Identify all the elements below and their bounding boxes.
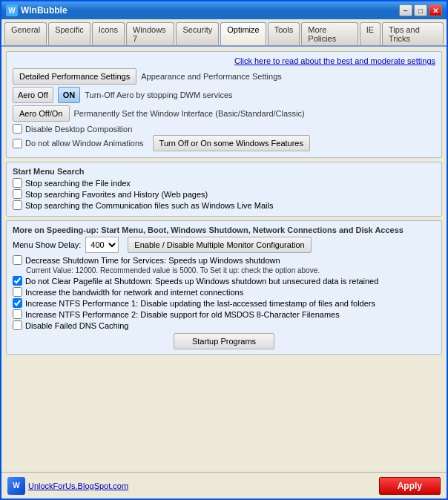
ntfs2-row: Increase NTFS Performance 2: Disable sup… bbox=[13, 309, 435, 319]
clear-pagefile-label: Do not Clear Pagefile at Shutdown: Speed… bbox=[25, 277, 378, 286]
main-window: W WinBubble − □ ✕ General Specific Icons… bbox=[0, 0, 448, 500]
disable-desktop-row: Disable Desktop Composition bbox=[13, 124, 435, 134]
search-file-index-label: Stop searching the File index bbox=[25, 179, 131, 188]
bandwidth-checkbox[interactable] bbox=[13, 287, 22, 297]
dns-checkbox[interactable] bbox=[13, 320, 22, 330]
brand-link[interactable]: UnlockForUs.BlogSpot.com bbox=[28, 481, 128, 490]
appearance-label: Appearance and Performance Settings bbox=[141, 72, 282, 81]
ntfs1-label: Increase NTFS Performance 1: Disable upd… bbox=[25, 299, 375, 308]
aero-offon-row: Aero Off/On Permanently Set the Window I… bbox=[13, 105, 435, 122]
shutdown-time-label: Decrease Shutdown Time for Services: Spe… bbox=[25, 256, 280, 265]
tab-tips[interactable]: Tips and Tricks bbox=[382, 22, 444, 45]
disable-animations-checkbox[interactable] bbox=[13, 139, 22, 148]
aero-offon-button[interactable]: Aero Off/On bbox=[13, 105, 70, 122]
maximize-button[interactable]: □ bbox=[414, 4, 427, 16]
search-favorites-checkbox[interactable] bbox=[13, 189, 22, 199]
speedup-title: More on Speeding-up: Start Menu, Boot, W… bbox=[13, 226, 435, 234]
window-controls: − □ ✕ bbox=[399, 4, 442, 16]
aero-on-button[interactable]: ON bbox=[58, 87, 81, 103]
aero-off-button[interactable]: Aero Off bbox=[13, 87, 53, 103]
aero-off-desc: Turn-Off Aero by stopping DWM services bbox=[85, 91, 232, 99]
aero-offon-desc: Permanently Set the Window Interface (Ba… bbox=[74, 109, 305, 118]
detailed-performance-row: Detailed Performance Settings Appearance… bbox=[13, 68, 435, 85]
search-file-index-row: Stop searching the File index bbox=[13, 178, 435, 188]
search-favorites-label: Stop searching Favorites and History (We… bbox=[25, 190, 208, 199]
speedup-panel: More on Speeding-up: Start Menu, Boot, W… bbox=[6, 220, 442, 355]
disable-desktop-checkbox[interactable] bbox=[13, 124, 22, 134]
dns-row: Disable Failed DNS Caching bbox=[13, 320, 435, 330]
tab-bar: General Specific Icons Windows 7 Securit… bbox=[1, 19, 447, 47]
start-menu-title: Start Menu Search bbox=[13, 167, 435, 176]
menu-delay-row: Menu Show Delay: 400 200 0 Enable / Disa… bbox=[13, 237, 435, 253]
minimize-button[interactable]: − bbox=[399, 4, 412, 16]
tab-general[interactable]: General bbox=[4, 22, 47, 45]
bandwidth-label: Increase the bandwidth for network and i… bbox=[25, 288, 243, 297]
disable-animations-row: Do not allow Window Animations Turn Off … bbox=[13, 135, 435, 151]
tab-windows7[interactable]: Windows 7 bbox=[126, 22, 175, 45]
title-bar: W WinBubble − □ ✕ bbox=[1, 1, 447, 19]
dns-label: Disable Failed DNS Caching bbox=[25, 321, 128, 330]
bottom-bar: W UnlockForUs.BlogSpot.com Apply bbox=[1, 472, 447, 499]
tab-tools[interactable]: Tools bbox=[268, 22, 300, 45]
clear-pagefile-checkbox[interactable] bbox=[13, 276, 22, 286]
menu-delay-select[interactable]: 400 200 0 bbox=[85, 237, 119, 253]
search-communication-label: Stop searching the Communication files s… bbox=[25, 201, 273, 210]
shutdown-time-checkbox[interactable] bbox=[13, 255, 22, 265]
shutdown-time-note: Current Value: 12000. Recommended value … bbox=[26, 266, 435, 274]
disable-animations-label: Do not allow Window Animations bbox=[25, 139, 144, 148]
search-file-index-checkbox[interactable] bbox=[13, 178, 22, 188]
monitor-config-button[interactable]: Enable / Disable Multiple Monitor Config… bbox=[128, 237, 311, 253]
performance-panel: Click here to read about the best and mo… bbox=[6, 51, 442, 158]
windows-features-button[interactable]: Turn Off or On some Windows Features bbox=[153, 135, 310, 151]
search-favorites-row: Stop searching Favorites and History (We… bbox=[13, 189, 435, 199]
tab-specific[interactable]: Specific bbox=[48, 22, 90, 45]
ntfs2-label: Increase NTFS Performance 2: Disable sup… bbox=[25, 310, 340, 319]
content-area: Click here to read about the best and mo… bbox=[1, 47, 447, 472]
menu-delay-label: Menu Show Delay: bbox=[13, 240, 81, 249]
settings-link[interactable]: Click here to read about the best and mo… bbox=[13, 56, 435, 65]
start-menu-panel: Start Menu Search Stop searching the Fil… bbox=[6, 162, 442, 217]
ntfs2-checkbox[interactable] bbox=[13, 309, 22, 319]
app-icon: W bbox=[6, 4, 18, 16]
brand-area: W UnlockForUs.BlogSpot.com bbox=[7, 477, 128, 495]
tab-optimize[interactable]: Optimize bbox=[220, 22, 266, 45]
aero-toggle-row: Aero Off ON Turn-Off Aero by stopping DW… bbox=[13, 87, 435, 103]
shutdown-time-row: Decrease Shutdown Time for Services: Spe… bbox=[13, 255, 435, 265]
apply-button[interactable]: Apply bbox=[379, 477, 441, 495]
disable-desktop-label: Disable Desktop Composition bbox=[25, 125, 132, 134]
brand-icon: W bbox=[7, 477, 25, 495]
startup-programs-button[interactable]: Startup Programs bbox=[174, 333, 274, 349]
detailed-performance-button[interactable]: Detailed Performance Settings bbox=[13, 68, 136, 85]
close-button[interactable]: ✕ bbox=[429, 4, 442, 16]
ntfs1-row: Increase NTFS Performance 1: Disable upd… bbox=[13, 298, 435, 308]
tab-more-policies[interactable]: More Policies bbox=[301, 22, 358, 45]
tab-icons[interactable]: Icons bbox=[92, 22, 125, 45]
clear-pagefile-row: Do not Clear Pagefile at Shutdown: Speed… bbox=[13, 276, 435, 286]
ntfs1-checkbox[interactable] bbox=[13, 298, 22, 308]
search-communication-checkbox[interactable] bbox=[13, 200, 22, 210]
window-title: WinBubble bbox=[21, 5, 67, 16]
bandwidth-row: Increase the bandwidth for network and i… bbox=[13, 287, 435, 297]
tab-ie[interactable]: IE bbox=[360, 22, 381, 45]
search-communication-row: Stop searching the Communication files s… bbox=[13, 200, 435, 210]
tab-security[interactable]: Security bbox=[176, 22, 219, 45]
